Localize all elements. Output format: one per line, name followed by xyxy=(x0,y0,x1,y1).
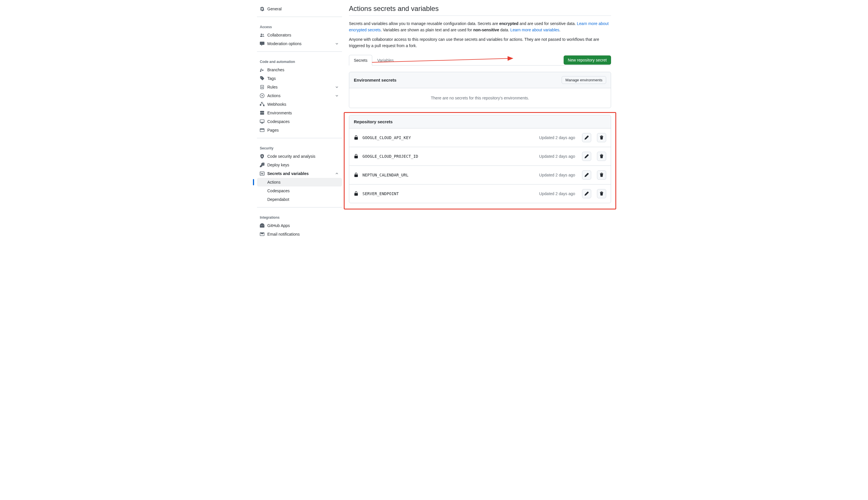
edit-secret-button[interactable] xyxy=(582,133,591,142)
edit-secret-button[interactable] xyxy=(582,189,591,198)
sidebar-item-label: Dependabot xyxy=(267,197,289,202)
sidebar-item-webhooks[interactable]: Webhooks xyxy=(257,100,342,109)
sidebar-item-rules[interactable]: Rules xyxy=(257,83,342,91)
secret-updated: Updated 2 days ago xyxy=(539,191,575,196)
panel-title: Repository secrets xyxy=(354,119,393,124)
comment-icon xyxy=(260,41,264,46)
sidebar-item-label: Environments xyxy=(267,111,292,115)
sidebar-item-label: Moderation options xyxy=(267,41,302,46)
intro-text: Secrets and variables allow you to manag… xyxy=(349,21,499,26)
repository-secrets-panel: Repository secrets GOOGLE_CLOUD_API_KEY … xyxy=(349,115,611,203)
intro-bold: non-sensitive xyxy=(473,27,499,32)
intro-text: and are used for sensitive data. xyxy=(519,21,577,26)
tabs-row: Secrets Variables New repository secret xyxy=(349,55,611,66)
tab-variables[interactable]: Variables xyxy=(372,55,398,66)
delete-secret-button[interactable] xyxy=(597,152,606,161)
sidebar-item-label: Webhooks xyxy=(267,102,286,106)
sidebar-item-general[interactable]: General xyxy=(257,4,342,13)
new-repository-secret-button[interactable]: New repository secret xyxy=(564,55,611,65)
sidebar-item-github-apps[interactable]: GitHub Apps xyxy=(257,221,342,230)
manage-environments-button[interactable]: Manage environments xyxy=(562,76,606,84)
sidebar-item-label: Codespaces xyxy=(267,189,290,193)
secret-row: NEPTUN_CALENDAR_URL Updated 2 days ago xyxy=(349,166,611,184)
sidebar-item-label: GitHub Apps xyxy=(267,223,290,228)
delete-secret-button[interactable] xyxy=(597,133,606,142)
delete-secret-button[interactable] xyxy=(597,189,606,198)
secret-name: GOOGLE_CLOUD_API_KEY xyxy=(362,135,535,140)
sidebar-item-tags[interactable]: Tags xyxy=(257,74,342,83)
mail-icon xyxy=(260,232,264,237)
tab-secrets[interactable]: Secrets xyxy=(349,55,372,66)
sidebar-item-label: Tags xyxy=(267,76,276,81)
delete-secret-button[interactable] xyxy=(597,170,606,180)
sidebar-item-label: Rules xyxy=(267,85,278,89)
asterisk-icon xyxy=(260,171,264,176)
edit-secret-button[interactable] xyxy=(582,152,591,161)
sidebar-item-label: Actions xyxy=(267,93,281,98)
sidebar-subitem-dependabot[interactable]: Dependabot xyxy=(257,195,342,204)
secret-row: GOOGLE_CLOUD_PROJECT_ID Updated 2 days a… xyxy=(349,147,611,166)
intro-text: . xyxy=(559,27,561,32)
settings-sidebar: General Access Collaborators Moderation … xyxy=(257,4,342,239)
sidebar-group-title: Integrations xyxy=(257,211,342,221)
sidebar-item-collaborators[interactable]: Collaborators xyxy=(257,31,342,39)
sidebar-group-title: Code and automation xyxy=(257,55,342,66)
panel-header: Environment secrets Manage environments xyxy=(349,72,611,88)
sidebar-item-label: Actions xyxy=(267,180,281,184)
secret-row: GOOGLE_CLOUD_API_KEY Updated 2 days ago xyxy=(349,128,611,147)
sidebar-item-deploy-keys[interactable]: Deploy keys xyxy=(257,161,342,169)
sidebar-subitem-codespaces[interactable]: Codespaces xyxy=(257,186,342,195)
secret-row: SERVER_ENDPOINT Updated 2 days ago xyxy=(349,184,611,203)
secret-updated: Updated 2 days ago xyxy=(539,135,575,140)
webhook-icon xyxy=(260,102,264,106)
codespaces-icon xyxy=(260,119,264,124)
secret-name: GOOGLE_CLOUD_PROJECT_ID xyxy=(362,154,535,159)
panel-empty-text: There are no secrets for this repository… xyxy=(349,88,611,108)
intro-text: data. xyxy=(499,27,510,32)
divider xyxy=(257,207,342,207)
sidebar-item-branches[interactable]: Branches xyxy=(257,66,342,74)
tag-icon xyxy=(260,76,264,81)
sidebar-item-label: Collaborators xyxy=(267,33,291,37)
shield-icon xyxy=(260,154,264,159)
sidebar-item-environments[interactable]: Environments xyxy=(257,109,342,117)
panel-header: Repository secrets xyxy=(349,115,611,128)
hubot-icon xyxy=(260,223,264,228)
edit-secret-button[interactable] xyxy=(582,170,591,180)
gear-icon xyxy=(260,7,264,11)
panel-title: Environment secrets xyxy=(354,78,396,82)
server-icon xyxy=(260,111,264,115)
sidebar-group-title: Access xyxy=(257,20,342,31)
sidebar-item-label: Secrets and variables xyxy=(267,171,309,176)
intro-text: . Variables are shown as plain text and … xyxy=(381,27,473,32)
divider xyxy=(257,52,342,52)
sidebar-item-actions[interactable]: Actions xyxy=(257,91,342,100)
sidebar-item-label: Deploy keys xyxy=(267,163,289,167)
page-title: Actions secrets and variables xyxy=(349,4,611,16)
chevron-down-icon xyxy=(335,93,339,98)
chevron-up-icon xyxy=(335,171,339,176)
chevron-down-icon xyxy=(335,41,339,46)
sidebar-item-secrets-and-variables[interactable]: Secrets and variables xyxy=(257,169,342,178)
secret-name: NEPTUN_CALENDAR_URL xyxy=(362,173,535,177)
sidebar-subitem-actions[interactable]: Actions xyxy=(257,178,342,186)
intro-paragraph-1: Secrets and variables allow you to manag… xyxy=(349,20,611,33)
sidebar-item-moderation[interactable]: Moderation options xyxy=(257,39,342,48)
sidebar-item-email-notifications[interactable]: Email notifications xyxy=(257,230,342,239)
sidebar-item-codespaces[interactable]: Codespaces xyxy=(257,117,342,126)
people-icon xyxy=(260,33,264,37)
chevron-down-icon xyxy=(335,85,339,89)
lock-icon xyxy=(354,154,358,159)
branch-icon xyxy=(260,68,264,72)
sidebar-item-label: Code security and analysis xyxy=(267,154,315,159)
secret-updated: Updated 2 days ago xyxy=(539,173,575,177)
main-content: Actions secrets and variables Secrets an… xyxy=(349,4,611,239)
secret-name: SERVER_ENDPOINT xyxy=(362,191,535,196)
sidebar-item-label: Branches xyxy=(267,68,284,72)
environment-secrets-panel: Environment secrets Manage environments … xyxy=(349,72,611,108)
rules-icon xyxy=(260,85,264,89)
play-icon xyxy=(260,93,264,98)
sidebar-item-code-security[interactable]: Code security and analysis xyxy=(257,152,342,161)
learn-more-variables-link[interactable]: Learn more about variables xyxy=(510,27,559,32)
sidebar-item-pages[interactable]: Pages xyxy=(257,126,342,135)
